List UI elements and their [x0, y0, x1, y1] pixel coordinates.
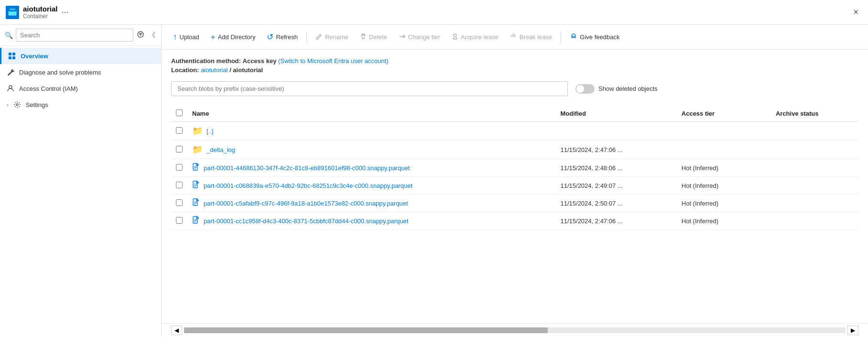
filter-button[interactable]: [136, 30, 145, 40]
row-archive-status-cell: [771, 159, 858, 177]
blob-name-link[interactable]: part-00001-c068839a-e570-4db2-92bc-68251…: [204, 182, 412, 189]
title-text: aiotutorial Container: [23, 5, 58, 20]
name-cell-content: part-00001-44686130-347f-4c2c-81c8-eb891…: [192, 163, 551, 173]
table-row: part-00001-c5afabf9-c97c-496f-9a18-a1b0e…: [171, 195, 858, 212]
blob-name-link[interactable]: [..]: [206, 128, 213, 135]
row-checkbox[interactable]: [176, 199, 183, 206]
delete-button[interactable]: Delete: [355, 30, 392, 44]
row-access-tier-cell: Hot (Inferred): [677, 159, 771, 177]
row-name-cell: part-00001-cc1c958f-d4c3-400c-8371-5cbbf…: [187, 212, 556, 230]
row-modified-cell: 11/15/2024, 2:47:06 ...: [556, 212, 677, 230]
location-info: Location: aiotutorial / aiotutorial: [171, 66, 858, 74]
title-bar: aiotutorial Container ··· ×: [0, 0, 868, 25]
toolbar: ↑ Upload + Add Directory ↺ Refresh Renam…: [162, 25, 868, 50]
row-access-tier-cell: Hot (Inferred): [677, 177, 771, 195]
upload-button[interactable]: ↑ Upload: [168, 30, 204, 45]
row-archive-status-cell: [771, 141, 858, 159]
sidebar-nav: Overview Diagnose and solve problems Acc…: [0, 46, 161, 115]
app-title: aiotutorial: [23, 5, 58, 13]
blob-name-link[interactable]: _delta_log: [206, 146, 235, 153]
sidebar-item-iam[interactable]: Access Control (IAM): [0, 80, 161, 97]
row-name-cell: 📁_delta_log: [187, 141, 556, 159]
close-button[interactable]: ×: [849, 5, 862, 19]
upload-label: Upload: [180, 33, 199, 41]
col-modified-header: Modified: [556, 106, 677, 122]
sidebar-item-diagnose[interactable]: Diagnose and solve problems: [0, 64, 161, 80]
blob-search-input[interactable]: [171, 81, 568, 96]
scroll-left-button[interactable]: ◀: [171, 326, 182, 335]
select-all-checkbox[interactable]: [176, 109, 183, 116]
refresh-button[interactable]: ↺ Refresh: [262, 29, 303, 45]
delete-label: Delete: [369, 33, 387, 41]
svg-rect-7: [9, 53, 11, 55]
toggle-slider[interactable]: [575, 84, 595, 94]
row-modified-cell: 11/15/2024, 2:49:07 ...: [556, 177, 677, 195]
blob-name-link[interactable]: part-00001-cc1c958f-d4c3-400c-8371-5cbbf…: [204, 217, 408, 225]
add-directory-icon: +: [211, 33, 216, 42]
sidebar-item-diagnose-label: Diagnose and solve problems: [19, 69, 101, 76]
blob-name-link[interactable]: part-00001-c5afabf9-c97c-496f-9a18-a1b0e…: [204, 200, 408, 207]
delete-icon: [360, 33, 367, 41]
search-input[interactable]: [16, 29, 133, 42]
main-layout: 🔍 《 Overview Diagnose: [0, 25, 868, 337]
folder-icon: 📁: [192, 144, 203, 155]
table-row: 📁_delta_log11/15/2024, 2:47:06 ...: [171, 141, 858, 159]
svg-rect-2: [10, 9, 15, 10]
content-body: Authentication method: Access key (Switc…: [162, 50, 868, 323]
row-archive-status-cell: [771, 195, 858, 212]
row-checkbox[interactable]: [176, 217, 183, 224]
row-checkbox-cell: [171, 195, 187, 212]
row-modified-cell: [556, 122, 677, 141]
search-bar-row: Show deleted objects: [171, 81, 858, 96]
col-access-tier-header: Access tier: [677, 106, 771, 122]
show-deleted-toggle-row: Show deleted objects: [575, 84, 658, 94]
table-row: part-00001-c068839a-e570-4db2-92bc-68251…: [171, 177, 858, 195]
sidebar-item-overview[interactable]: Overview: [0, 48, 161, 64]
file-icon: [192, 198, 200, 208]
row-checkbox[interactable]: [176, 182, 183, 188]
row-checkbox-cell: [171, 159, 187, 177]
location-link[interactable]: aiotutorial: [201, 66, 228, 74]
sidebar-search-row: 🔍 《: [0, 25, 161, 46]
row-access-tier-cell: Hot (Inferred): [677, 195, 771, 212]
scroll-thumb[interactable]: [184, 327, 548, 333]
give-feedback-label: Give feedback: [580, 33, 619, 41]
switch-auth-link[interactable]: (Switch to Microsoft Entra user account): [278, 57, 388, 65]
add-directory-label: Add Directory: [218, 33, 256, 41]
row-checkbox[interactable]: [176, 164, 183, 171]
row-modified-cell: 11/15/2024, 2:50:07 ...: [556, 195, 677, 212]
auth-info: Authentication method: Access key (Switc…: [171, 57, 858, 65]
row-access-tier-cell: [677, 141, 771, 159]
collapse-sidebar-button[interactable]: 《: [148, 30, 156, 41]
chevron-right-icon: ›: [7, 102, 9, 108]
more-options-button[interactable]: ···: [62, 7, 69, 17]
give-feedback-icon: [570, 33, 577, 42]
blob-table: Name Modified Access tier Archive status…: [171, 106, 858, 230]
rename-button[interactable]: Rename: [311, 30, 353, 44]
sidebar-item-settings[interactable]: › Settings: [0, 97, 161, 113]
toolbar-separator-1: [306, 32, 307, 43]
row-name-cell: part-00001-c068839a-e570-4db2-92bc-68251…: [187, 177, 556, 195]
scroll-track[interactable]: [184, 327, 846, 333]
break-lease-button[interactable]: Break lease: [505, 30, 557, 44]
svg-point-11: [9, 86, 12, 88]
content-area: ↑ Upload + Add Directory ↺ Refresh Renam…: [162, 25, 868, 337]
row-checkbox-cell: [171, 141, 187, 159]
name-cell-content: part-00001-c068839a-e570-4db2-92bc-68251…: [192, 181, 551, 190]
show-deleted-label: Show deleted objects: [598, 85, 658, 92]
row-access-tier-cell: [677, 122, 771, 141]
show-deleted-toggle[interactable]: [575, 84, 595, 94]
svg-rect-8: [12, 53, 15, 55]
sidebar-item-overview-label: Overview: [21, 53, 48, 60]
change-tier-button[interactable]: Change tier: [394, 30, 445, 44]
blob-name-link[interactable]: part-00001-44686130-347f-4c2c-81c8-eb891…: [204, 164, 410, 172]
scroll-right-button[interactable]: ▶: [847, 326, 858, 335]
acquire-lease-label: Acquire lease: [461, 33, 499, 41]
row-checkbox[interactable]: [176, 127, 183, 134]
row-name-cell: part-00001-c5afabf9-c97c-496f-9a18-a1b0e…: [187, 195, 556, 212]
row-access-tier-cell: Hot (Inferred): [677, 212, 771, 230]
row-checkbox[interactable]: [176, 146, 183, 152]
give-feedback-button[interactable]: Give feedback: [565, 30, 624, 44]
acquire-lease-button[interactable]: Acquire lease: [447, 30, 503, 44]
add-directory-button[interactable]: + Add Directory: [206, 30, 260, 45]
